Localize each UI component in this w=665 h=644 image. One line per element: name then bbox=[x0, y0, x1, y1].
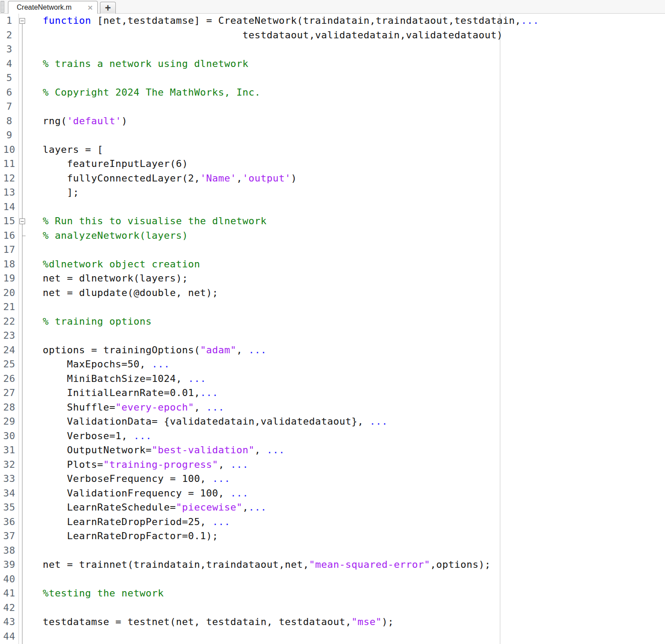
line-number[interactable]: 41 bbox=[0, 586, 18, 601]
line-number[interactable]: 35 bbox=[0, 500, 18, 515]
line-number[interactable]: 20 bbox=[0, 286, 18, 300]
line-number[interactable]: 25 bbox=[0, 357, 18, 372]
line-number[interactable]: 21 bbox=[0, 300, 18, 315]
code-area[interactable]: function [net,testdatamse] = CreateNetwo… bbox=[27, 14, 665, 644]
line-number[interactable]: 44 bbox=[0, 629, 18, 644]
line-number[interactable]: 30 bbox=[0, 429, 18, 444]
editor-tab-bar: CreateNetwork.m ✕ + bbox=[0, 0, 665, 14]
code-line[interactable]: Shuffle="every-epoch", ... bbox=[43, 400, 665, 415]
code-line[interactable] bbox=[43, 243, 665, 257]
code-line[interactable] bbox=[43, 200, 665, 215]
code-line[interactable]: options = trainingOptions("adam", ... bbox=[43, 343, 665, 358]
code-line[interactable]: testdatamse = testnet(net, testdatain, t… bbox=[43, 615, 665, 629]
line-number[interactable]: 7 bbox=[0, 100, 18, 114]
code-line[interactable]: % analyzeNetwork(layers) bbox=[43, 229, 665, 243]
line-number[interactable]: 3 bbox=[0, 42, 18, 57]
code-line[interactable] bbox=[43, 128, 665, 143]
code-line[interactable]: OutputNetwork="best-validation", ... bbox=[43, 443, 665, 458]
line-number[interactable]: 34 bbox=[0, 486, 18, 501]
code-line[interactable]: VerboseFrequency = 100, ... bbox=[43, 472, 665, 486]
code-line[interactable] bbox=[43, 629, 665, 644]
code-line[interactable]: net = dlupdate(@double, net); bbox=[43, 286, 665, 300]
code-line[interactable]: ]; bbox=[43, 185, 665, 200]
code-line[interactable]: fullyConnectedLayer(2,'Name','output') bbox=[43, 171, 665, 186]
line-number[interactable]: 36 bbox=[0, 515, 18, 529]
line-number[interactable]: 42 bbox=[0, 601, 18, 615]
tab-bar-grip-handle[interactable] bbox=[0, 1, 4, 13]
close-tab-icon[interactable]: ✕ bbox=[87, 4, 93, 11]
code-line[interactable]: rng('default') bbox=[43, 114, 665, 129]
code-line[interactable]: featureInputLayer(6) bbox=[43, 157, 665, 171]
line-number[interactable]: 16 bbox=[0, 229, 18, 243]
plus-icon: + bbox=[105, 2, 111, 14]
code-line[interactable] bbox=[43, 42, 665, 57]
code-line[interactable]: ValidationFrequency = 100, ... bbox=[43, 486, 665, 501]
line-number[interactable]: 31 bbox=[0, 443, 18, 458]
fold-extent-line bbox=[22, 24, 22, 644]
line-number[interactable]: 6 bbox=[0, 85, 18, 100]
code-line[interactable] bbox=[43, 300, 665, 315]
line-number[interactable]: 29 bbox=[0, 415, 18, 429]
line-number[interactable]: 12 bbox=[0, 171, 18, 186]
line-number[interactable]: 11 bbox=[0, 157, 18, 171]
line-number[interactable]: 13 bbox=[0, 185, 18, 200]
line-number[interactable]: 9 bbox=[0, 128, 18, 143]
line-number[interactable]: 37 bbox=[0, 529, 18, 544]
line-number[interactable]: 10 bbox=[0, 143, 18, 157]
line-number[interactable]: 14 bbox=[0, 200, 18, 215]
code-line[interactable]: % training options bbox=[43, 315, 665, 329]
code-line[interactable] bbox=[43, 71, 665, 85]
code-line[interactable]: function [net,testdatamse] = CreateNetwo… bbox=[43, 14, 665, 28]
code-line[interactable]: % Run this to visualise the dlnetwork bbox=[43, 214, 665, 229]
line-number[interactable]: 1 bbox=[0, 14, 18, 28]
code-fold-toggle[interactable] bbox=[19, 218, 25, 224]
code-line[interactable]: ValidationData= {validatedatain,validate… bbox=[43, 415, 665, 429]
code-line[interactable]: testdataout,validatedatain,validatedatao… bbox=[43, 28, 665, 43]
line-number[interactable]: 19 bbox=[0, 271, 18, 286]
code-fold-column bbox=[19, 14, 27, 644]
line-number[interactable]: 43 bbox=[0, 615, 18, 629]
code-line[interactable]: MiniBatchSize=1024, ... bbox=[43, 372, 665, 386]
line-number[interactable]: 33 bbox=[0, 472, 18, 486]
code-line[interactable]: LearnRateDropFactor=0.1); bbox=[43, 529, 665, 544]
code-line[interactable] bbox=[43, 544, 665, 558]
line-number[interactable]: 15 bbox=[0, 214, 18, 229]
line-number[interactable]: 17 bbox=[0, 243, 18, 257]
code-line[interactable]: %dlnetwork object creation bbox=[43, 257, 665, 272]
line-number[interactable]: 8 bbox=[0, 114, 18, 129]
line-number[interactable]: 18 bbox=[0, 257, 18, 272]
line-number[interactable]: 22 bbox=[0, 315, 18, 329]
line-number[interactable]: 39 bbox=[0, 558, 18, 572]
line-number[interactable]: 28 bbox=[0, 400, 18, 415]
code-line[interactable] bbox=[43, 329, 665, 343]
code-line[interactable]: LearnRateSchedule="piecewise",... bbox=[43, 500, 665, 515]
code-line[interactable]: Verbose=1, ... bbox=[43, 429, 665, 444]
code-line[interactable]: net = dlnetwork(layers); bbox=[43, 271, 665, 286]
line-number[interactable]: 4 bbox=[0, 57, 18, 71]
line-number[interactable]: 5 bbox=[0, 71, 18, 85]
code-line[interactable]: LearnRateDropPeriod=25, ... bbox=[43, 515, 665, 529]
code-line[interactable]: %testing the network bbox=[43, 586, 665, 601]
line-number[interactable]: 24 bbox=[0, 343, 18, 358]
code-line[interactable]: Plots="training-progress", ... bbox=[43, 458, 665, 472]
line-number[interactable]: 40 bbox=[0, 572, 18, 587]
code-line[interactable]: MaxEpochs=50, ... bbox=[43, 357, 665, 372]
new-tab-button[interactable]: + bbox=[100, 2, 116, 14]
code-fold-toggle[interactable] bbox=[19, 18, 25, 24]
line-number[interactable]: 27 bbox=[0, 386, 18, 400]
line-number[interactable]: 23 bbox=[0, 329, 18, 343]
line-number[interactable]: 2 bbox=[0, 28, 18, 43]
line-number[interactable]: 32 bbox=[0, 458, 18, 472]
code-line[interactable]: % trains a network using dlnetwork bbox=[43, 57, 665, 71]
code-line[interactable]: net = trainnet(traindatain,traindataout,… bbox=[43, 558, 665, 572]
code-line[interactable] bbox=[43, 100, 665, 114]
line-number[interactable]: 38 bbox=[0, 544, 18, 558]
code-line[interactable]: layers = [ bbox=[43, 143, 665, 157]
code-line[interactable]: % Copyright 2024 The MathWorks, Inc. bbox=[43, 85, 665, 100]
tab-createnetwork[interactable]: CreateNetwork.m ✕ bbox=[8, 1, 98, 14]
code-line[interactable] bbox=[43, 572, 665, 587]
code-line[interactable]: InitialLearnRate=0.01,... bbox=[43, 386, 665, 400]
code-editor[interactable]: 1234567891011121314151617181920212223242… bbox=[0, 14, 665, 644]
line-number[interactable]: 26 bbox=[0, 372, 18, 386]
code-line[interactable] bbox=[43, 601, 665, 615]
